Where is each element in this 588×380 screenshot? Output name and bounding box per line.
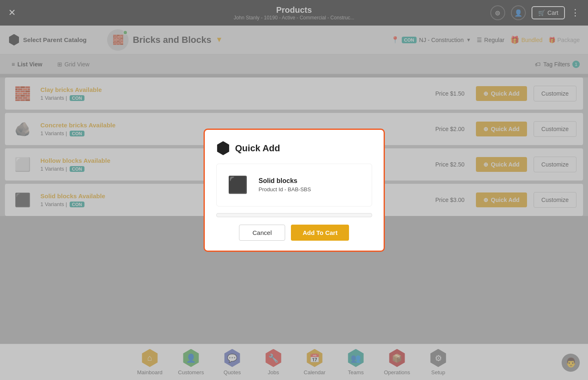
modal-product-info: Solid blocks Product Id - BAB-SBS — [259, 177, 311, 192]
modal-hex-icon — [216, 141, 230, 155]
modal-cancel-button[interactable]: Cancel — [239, 225, 286, 241]
modal-footer: Cancel Add To Cart — [216, 225, 372, 241]
modal-header: Quick Add — [216, 141, 372, 155]
modal-product-image: ⬛ — [223, 171, 252, 199]
modal-product-name: Solid blocks — [259, 177, 311, 185]
modal-title: Quick Add — [235, 143, 280, 154]
modal-overlay: Quick Add ⬛ Solid blocks Product Id - BA… — [0, 0, 588, 380]
modal-scrollbar[interactable] — [216, 213, 372, 217]
quick-add-modal: Quick Add ⬛ Solid blocks Product Id - BA… — [204, 129, 385, 252]
modal-add-to-cart-button[interactable]: Add To Cart — [291, 225, 349, 241]
modal-product-id: Product Id - BAB-SBS — [259, 186, 311, 192]
modal-body: ⬛ Solid blocks Product Id - BAB-SBS — [216, 164, 372, 206]
